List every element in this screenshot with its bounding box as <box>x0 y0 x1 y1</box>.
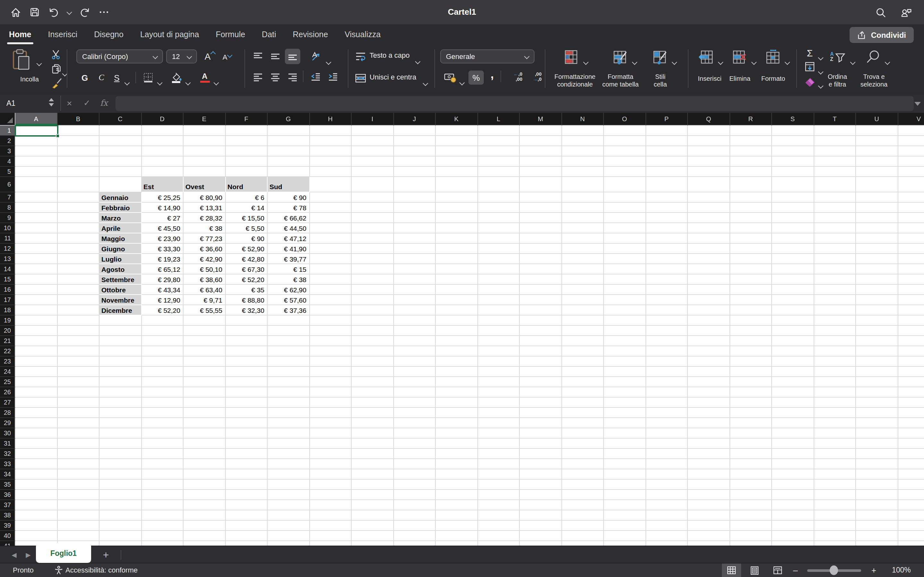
cell-S30[interactable] <box>772 428 814 438</box>
table-cell-E16[interactable]: € 63,40 <box>184 285 226 295</box>
cell-O30[interactable] <box>604 428 646 438</box>
cell-M23[interactable] <box>520 356 562 367</box>
cell-O16[interactable] <box>604 285 646 295</box>
cell-D32[interactable] <box>142 449 184 459</box>
table-cell-E17[interactable]: € 9,71 <box>184 295 226 305</box>
cell-K34[interactable] <box>436 469 478 480</box>
cell-E22[interactable] <box>184 346 226 356</box>
cell-N27[interactable] <box>562 398 604 408</box>
format-as-table-chevron-icon[interactable] <box>633 55 636 67</box>
cell-P28[interactable] <box>646 408 688 418</box>
cell-C39[interactable] <box>99 521 142 531</box>
cell-J20[interactable] <box>394 326 436 336</box>
format-painter-button[interactable] <box>50 77 63 89</box>
cell-P9[interactable] <box>646 213 688 223</box>
cell-I41[interactable] <box>352 541 394 546</box>
cell-P5[interactable] <box>646 167 688 177</box>
cell-A4[interactable] <box>15 156 57 167</box>
cell-T26[interactable] <box>814 387 856 398</box>
cell-N40[interactable] <box>562 531 604 541</box>
cell-O35[interactable] <box>604 480 646 490</box>
copy-chevron-icon[interactable] <box>63 67 67 78</box>
cell-A31[interactable] <box>15 438 57 449</box>
table-cell-C15[interactable]: Settembre <box>99 274 142 285</box>
column-header-K[interactable]: K <box>436 113 478 126</box>
cell-S5[interactable] <box>772 167 814 177</box>
delete-cells-chevron-icon[interactable] <box>752 55 756 67</box>
cell-N18[interactable] <box>562 305 604 316</box>
cell-I6[interactable] <box>352 177 394 192</box>
column-header-F[interactable]: F <box>226 113 268 126</box>
cell-B24[interactable] <box>57 367 99 377</box>
cell-C5[interactable] <box>99 167 142 177</box>
row-header-26[interactable]: 26 <box>0 387 15 398</box>
cell-O24[interactable] <box>604 367 646 377</box>
cell-H28[interactable] <box>310 408 352 418</box>
cell-T10[interactable] <box>814 223 856 234</box>
cell-H3[interactable] <box>310 146 352 156</box>
cell-O32[interactable] <box>604 449 646 459</box>
cell-I39[interactable] <box>352 521 394 531</box>
cell-O29[interactable] <box>604 418 646 428</box>
cell-B32[interactable] <box>57 449 99 459</box>
cell-H22[interactable] <box>310 346 352 356</box>
cell-C36[interactable] <box>99 490 142 500</box>
cell-A29[interactable] <box>15 418 57 428</box>
column-header-A[interactable]: A <box>15 113 57 126</box>
row-header-34[interactable]: 34 <box>0 469 15 480</box>
cell-L17[interactable] <box>478 295 520 305</box>
cell-T12[interactable] <box>814 243 856 254</box>
row-header-39[interactable]: 39 <box>0 521 15 531</box>
cell-E20[interactable] <box>184 326 226 336</box>
cell-B11[interactable] <box>57 234 99 243</box>
cell-H18[interactable] <box>310 305 352 316</box>
cell-A16[interactable] <box>15 285 57 295</box>
cell-B8[interactable] <box>57 203 99 213</box>
cell-M37[interactable] <box>520 500 562 510</box>
table-cell-E12[interactable]: € 36,60 <box>184 243 226 254</box>
cell-K32[interactable] <box>436 449 478 459</box>
table-cell-D10[interactable]: € 45,50 <box>142 223 184 234</box>
cell-F26[interactable] <box>226 387 268 398</box>
cell-M7[interactable] <box>520 192 562 203</box>
cell-P11[interactable] <box>646 234 688 243</box>
cell-O37[interactable] <box>604 500 646 510</box>
currency-chevron-icon[interactable] <box>460 76 464 87</box>
cell-B30[interactable] <box>57 428 99 438</box>
cell-C28[interactable] <box>99 408 142 418</box>
cell-R14[interactable] <box>730 264 772 274</box>
cell-T25[interactable] <box>814 377 856 387</box>
cell-N33[interactable] <box>562 459 604 469</box>
cell-H13[interactable] <box>310 254 352 264</box>
cell-C6[interactable] <box>99 177 142 192</box>
cell-Q21[interactable] <box>688 336 730 346</box>
cell-U14[interactable] <box>856 264 898 274</box>
cell-F29[interactable] <box>226 418 268 428</box>
cell-M18[interactable] <box>520 305 562 316</box>
cell-I31[interactable] <box>352 438 394 449</box>
cell-E25[interactable] <box>184 377 226 387</box>
cell-C31[interactable] <box>99 438 142 449</box>
cell-L22[interactable] <box>478 346 520 356</box>
cell-M13[interactable] <box>520 254 562 264</box>
paste-button[interactable] <box>11 49 31 71</box>
cell-M33[interactable] <box>520 459 562 469</box>
cell-H35[interactable] <box>310 480 352 490</box>
table-cell-D12[interactable]: € 33,30 <box>142 243 184 254</box>
cell-Q17[interactable] <box>688 295 730 305</box>
cell-N35[interactable] <box>562 480 604 490</box>
cell-N10[interactable] <box>562 223 604 234</box>
cell-D41[interactable] <box>142 541 184 546</box>
cell-Q9[interactable] <box>688 213 730 223</box>
table-cell-E15[interactable]: € 38,60 <box>184 274 226 285</box>
cell-D1[interactable] <box>142 126 184 136</box>
cell-L41[interactable] <box>478 541 520 546</box>
cell-S23[interactable] <box>772 356 814 367</box>
cell-P33[interactable] <box>646 459 688 469</box>
cell-K15[interactable] <box>436 274 478 285</box>
align-left-button[interactable] <box>250 69 266 85</box>
cell-P10[interactable] <box>646 223 688 234</box>
cell-M12[interactable] <box>520 243 562 254</box>
table-cell-D8[interactable]: € 14,90 <box>142 203 184 213</box>
cell-O4[interactable] <box>604 156 646 167</box>
